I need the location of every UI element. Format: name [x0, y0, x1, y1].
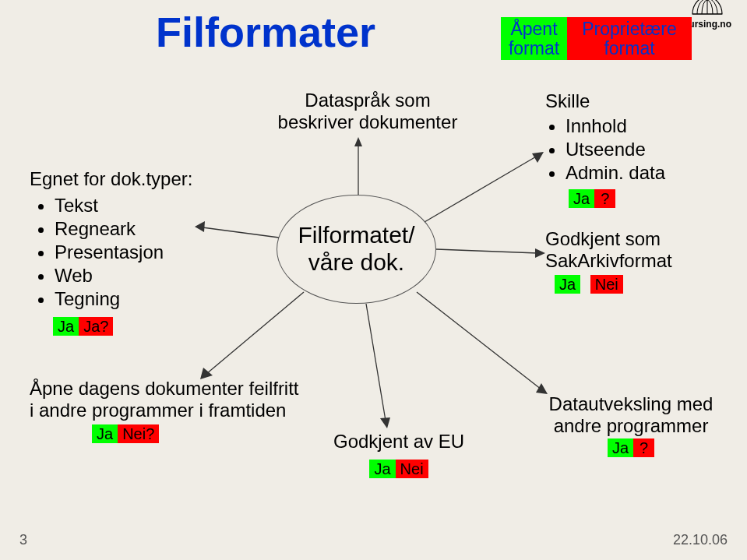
datautveksling-line1: Datautveksling med — [534, 393, 728, 415]
badge-ja: Ja — [53, 317, 79, 336]
skille-heading: Skille — [545, 90, 665, 113]
node-godkjent-eu: Godkjent av EU JaNei — [333, 428, 464, 481]
list-item: Admin. data — [566, 161, 665, 185]
godkjent-sak-line2: SakArkivformat — [545, 250, 672, 272]
page-title: Filformater — [156, 8, 375, 56]
svg-marker-15 — [536, 383, 548, 394]
list-item: Tekst — [55, 194, 192, 217]
svg-line-4 — [425, 156, 537, 222]
center-node-label: Filformatet/ våre dok. — [298, 222, 414, 275]
page-date: 22.10.06 — [673, 532, 728, 548]
list-item: Regneark — [55, 217, 192, 241]
logo-icon — [689, 0, 725, 16]
egnet-heading: Egnet for dok.typer: — [30, 167, 192, 191]
node-godkjent-sak: Godkjent som SakArkivformat Ja Nei — [545, 228, 672, 294]
node-egnet: Egnet for dok.typer: Tekst Regneark Pres… — [30, 167, 192, 337]
godkjent-eu-label: Godkjent av EU — [333, 428, 464, 455]
badge-ja: Ja — [569, 189, 594, 208]
badge-question: ? — [594, 189, 615, 208]
list-item: Innhold — [566, 114, 665, 138]
list-item: Web — [55, 264, 192, 287]
badge-nei: Nei — [590, 275, 623, 294]
skille-list: Innhold Utseende Admin. data — [550, 114, 665, 185]
tag-apent-format-label: Åpent format — [509, 19, 559, 58]
list-item: Presentasjon — [55, 241, 192, 264]
svg-line-12 — [366, 304, 386, 421]
apne-dagens-line1: Åpne dagens dokumenter feilfritt — [30, 378, 318, 400]
node-skille: Skille Innhold Utseende Admin. data Ja? — [545, 90, 665, 210]
page-number: 3 — [19, 532, 27, 548]
center-node: Filformatet/ våre dok. — [277, 195, 436, 304]
egnet-list: Tekst Regneark Presentasjon Web Tegning — [39, 194, 192, 311]
node-apne-dagens: Åpne dagens dokumenter feilfritt i andre… — [30, 378, 318, 444]
badge-ja: Ja — [92, 424, 118, 443]
godkjent-sak-line1: Godkjent som — [545, 228, 672, 250]
list-item: Utseende — [566, 138, 665, 161]
list-item: Tegning — [55, 287, 192, 311]
node-datautveksling: Datautveksling med andre programmer Ja? — [534, 393, 728, 458]
badge-ja-question: Ja? — [79, 317, 113, 336]
svg-line-14 — [417, 292, 541, 389]
datautveksling-line2: andre programmer — [534, 415, 728, 437]
svg-line-8 — [203, 227, 279, 238]
svg-line-10 — [206, 292, 304, 374]
badge-ja: Ja — [369, 460, 395, 478]
svg-marker-5 — [532, 152, 544, 163]
svg-marker-13 — [380, 417, 390, 428]
svg-marker-7 — [535, 248, 545, 258]
badge-question: ? — [633, 438, 654, 457]
badge-ja: Ja — [608, 438, 633, 457]
badge-nei-question: Nei? — [118, 424, 159, 443]
tag-proprietaere-format: Proprietære format — [567, 17, 692, 60]
svg-marker-3 — [354, 137, 362, 146]
apne-dagens-line2: i andre programmer i framtiden — [30, 400, 318, 421]
tag-proprietaere-format-label: Proprietære format — [582, 19, 676, 58]
tag-apent-format: Åpent format — [501, 17, 567, 60]
svg-marker-9 — [195, 221, 205, 232]
node-dataspraak: Dataspråk som beskriver dokumenter — [266, 90, 469, 132]
svg-line-6 — [436, 249, 537, 253]
badge-ja: Ja — [555, 275, 580, 294]
badge-nei: Nei — [396, 460, 428, 478]
